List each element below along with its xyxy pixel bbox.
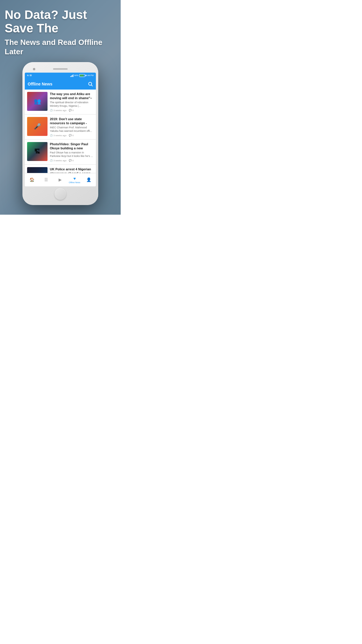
phone-notch bbox=[25, 66, 96, 73]
profile-icon: 👤 bbox=[86, 177, 91, 182]
news-comments-3: 💬 0 bbox=[69, 159, 74, 162]
phone-screen: N 🖼 84% 4:44 PM bbox=[25, 73, 96, 186]
phone-mockup: N 🖼 84% 4:44 PM bbox=[22, 62, 98, 205]
status-left: N 🖼 bbox=[27, 74, 32, 76]
nav-profile[interactable]: 👤 bbox=[82, 173, 96, 186]
news-item-2[interactable]: 🎤 2019: Don't use state resources to cam… bbox=[25, 115, 96, 139]
app-title: Offline News bbox=[28, 82, 52, 86]
news-title-2: 2019: Don't use state resources to campa… bbox=[50, 117, 94, 125]
nav-home[interactable]: 🏠 bbox=[25, 173, 39, 186]
svg-line-1 bbox=[91, 85, 92, 86]
search-icon[interactable] bbox=[88, 81, 93, 87]
phone-camera bbox=[33, 68, 35, 70]
news-meta-2: 🕐 3 weeks ago 💬 0 bbox=[50, 134, 94, 137]
phone-speaker bbox=[53, 68, 68, 70]
battery-fill bbox=[80, 75, 84, 76]
nav-list[interactable]: ☰ bbox=[39, 173, 53, 186]
battery-icon bbox=[79, 74, 85, 77]
page-content: No Data? Just Save The The News and Read… bbox=[0, 0, 121, 215]
play-icon: ▶ bbox=[59, 177, 62, 182]
news-content-4: UK Police arrest 4 Nigerian stowaways ab… bbox=[50, 167, 94, 173]
news-time-2: 🕐 3 weeks ago bbox=[50, 134, 66, 137]
heart-icon: ♥ bbox=[73, 176, 76, 181]
news-excerpt-3: Paul Okoye has a mansion in Parkview Iko… bbox=[50, 151, 94, 158]
news-comments-1: 💬 0 bbox=[69, 109, 74, 112]
bottom-navigation: 🏠 ☰ ▶ ♥ Offline News 👤 bbox=[25, 173, 96, 186]
news-title-1: The way you and Atiku are moving will en… bbox=[50, 92, 94, 100]
news-item-1[interactable]: 👥 The way you and Atiku are moving will … bbox=[25, 90, 96, 114]
news-title-4: UK Police arrest 4 Nigerian stowaways ab… bbox=[50, 167, 94, 173]
notification-n: N bbox=[27, 74, 29, 76]
headline-section: No Data? Just Save The The News and Read… bbox=[0, 8, 121, 56]
news-list: 👥 The way you and Atiku are moving will … bbox=[25, 90, 96, 173]
news-meta-1: 🕐 3 weeks ago 💬 0 bbox=[50, 109, 94, 112]
news-item-3[interactable]: 🏗 Photo/Video: Singer Paul Okoye buildin… bbox=[25, 140, 96, 164]
news-time-1: 🕐 3 weeks ago bbox=[50, 109, 66, 112]
news-excerpt-2: INEC Chairman Prof. Mahmood Yakubu has w… bbox=[50, 126, 94, 133]
news-excerpt-1: The spiritual director of Adoration Mini… bbox=[50, 101, 94, 108]
home-icon: 🏠 bbox=[29, 177, 34, 182]
app-header: Offline News bbox=[25, 78, 96, 90]
signal-icon bbox=[70, 74, 73, 77]
status-bar: N 🖼 84% 4:44 PM bbox=[25, 73, 96, 78]
news-item-4[interactable]: 🚢 UK Police arrest 4 Nigerian stowaways … bbox=[25, 165, 96, 173]
nav-offline[interactable]: ♥ Offline News bbox=[67, 173, 82, 186]
news-time-3: 🕐 3 weeks ago bbox=[50, 159, 66, 162]
news-meta-3: 🕐 3 weeks ago 💬 0 bbox=[50, 159, 94, 162]
phone-home-button[interactable] bbox=[55, 188, 66, 200]
news-content-3: Photo/Video: Singer Paul Okoye building … bbox=[50, 142, 94, 162]
svg-point-0 bbox=[89, 82, 92, 85]
notification-img: 🖼 bbox=[30, 74, 32, 76]
news-thumb-2: 🎤 bbox=[27, 117, 48, 136]
list-icon: ☰ bbox=[44, 177, 48, 182]
news-content-2: 2019: Don't use state resources to campa… bbox=[50, 117, 94, 137]
nav-play[interactable]: ▶ bbox=[53, 173, 68, 186]
nav-offline-label: Offline News bbox=[69, 181, 80, 183]
news-content-1: The way you and Atiku are moving will en… bbox=[50, 92, 94, 112]
headline-line2: The News and Read Offline Later bbox=[5, 38, 116, 56]
news-title-3: Photo/Video: Singer Paul Okoye building … bbox=[50, 142, 94, 150]
phone-body: N 🖼 84% 4:44 PM bbox=[22, 62, 98, 205]
news-comments-2: 💬 0 bbox=[69, 134, 74, 137]
battery-percent: 84% bbox=[74, 74, 78, 76]
news-thumb-3: 🏗 bbox=[27, 142, 48, 161]
news-thumb-1: 👥 bbox=[27, 92, 48, 111]
status-right: 84% 4:44 PM bbox=[70, 74, 94, 77]
time-display: 4:44 PM bbox=[86, 74, 94, 76]
news-thumb-4: 🚢 bbox=[27, 167, 48, 173]
headline-line1: No Data? Just Save The bbox=[5, 8, 116, 35]
